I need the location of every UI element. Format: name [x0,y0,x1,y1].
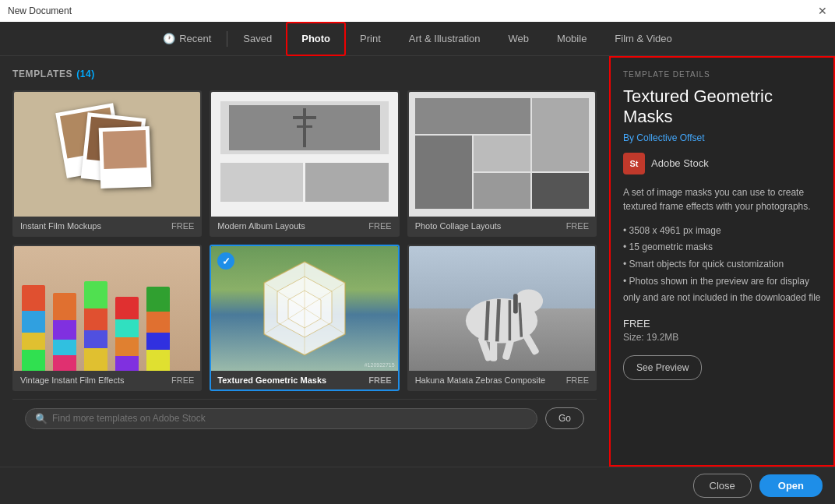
bullet-item: Smart objects for quick customization [623,256,821,273]
card-label-instant-film: Instant Film Mockups FREE [14,217,200,235]
bullet-item: Photos shown in the preview are for disp… [623,273,821,307]
search-icon: 🔍 [35,413,48,425]
clock-icon: 🕐 [163,33,175,44]
bullet-item: 3508 x 4961 px image [623,223,821,240]
title-bar-text: New Document [8,5,72,16]
svg-rect-13 [490,339,497,361]
nav-item-print[interactable]: Print [346,22,395,56]
card-label-photo-collage: Photo Collage Layouts FREE [409,217,595,235]
details-panel: TEMPLATE DETAILS Textured Geometric Mask… [609,56,835,467]
details-section-label: TEMPLATE DETAILS [623,70,821,79]
nav-item-web[interactable]: Web [495,22,544,56]
details-author: By Collective Offset [623,132,821,143]
stock-label: Adobe Stock [651,157,709,169]
details-price: FREE [623,318,821,330]
search-input[interactable] [52,413,527,424]
templates-grid: Instant Film Mockups FREE [12,90,597,399]
nav-bar: 🕐 Recent Saved Photo Print Art & Illustr… [0,22,835,56]
card-label-zebra: Hakuna Matata Zebras Composite FREE [409,371,595,389]
nav-separator [227,31,227,47]
nav-item-saved[interactable]: Saved [229,22,286,56]
svg-line-19 [520,303,521,337]
see-preview-button[interactable]: See Preview [623,355,702,380]
details-stock: St Adobe Stock [623,153,821,174]
templates-header: TEMPLATES (14) [12,69,597,79]
details-title: Textured Geometric Masks [623,86,821,128]
template-card-modern-album[interactable]: Modern Album Layouts FREE [210,90,399,237]
nav-item-film-video[interactable]: Film & Video [601,22,685,56]
footer-buttons: Close Open [0,467,835,504]
svg-line-17 [498,299,499,341]
details-spacer [623,380,821,453]
thumb-zebra [409,246,595,371]
template-card-textured-geometric[interactable]: ✓ [210,245,399,391]
nav-item-recent[interactable]: 🕐 Recent [149,22,225,56]
card-label-vintage-film: Vintage Instant Film Effects FREE [14,371,200,389]
open-button[interactable]: Open [759,474,823,497]
details-bullets: 3508 x 4961 px image15 geometric masksSm… [623,223,821,307]
details-description: A set of image masks you can use to crea… [623,185,821,213]
template-card-photo-collage[interactable]: Photo Collage Layouts FREE [407,90,597,237]
svg-rect-20 [513,294,518,313]
thumb-vintage-film [14,246,200,371]
card-label-modern-album: Modern Album Layouts FREE [211,217,397,235]
svg-rect-15 [523,333,540,356]
thumb-instant-film [14,92,200,217]
search-bar: 🔍 Go [12,399,597,437]
thumb-photo-collage [409,92,595,217]
thumb-modern-album [211,92,397,217]
adobe-stock-icon: St [623,153,645,174]
close-icon[interactable]: ✕ [818,5,827,17]
template-card-instant-film[interactable]: Instant Film Mockups FREE [12,90,202,237]
nav-item-photo[interactable]: Photo [286,22,346,56]
search-input-wrap: 🔍 [25,408,537,429]
template-card-zebra[interactable]: Hakuna Matata Zebras Composite FREE [407,245,597,391]
nav-item-mobile[interactable]: Mobile [543,22,601,56]
title-bar: New Document ✕ [0,0,835,22]
go-button[interactable]: Go [545,407,584,429]
close-button[interactable]: Close [693,474,752,498]
template-card-vintage-film[interactable]: Vintage Instant Film Effects FREE [12,245,202,391]
card-label-textured-geometric: Textured Geometric Masks FREE [211,371,397,389]
templates-section: TEMPLATES (14) [0,56,609,467]
svg-line-16 [487,301,488,340]
bullet-item: 15 geometric masks [623,239,821,256]
details-size: Size: 19.2MB [623,332,821,343]
nav-item-art[interactable]: Art & Illustration [395,22,495,56]
watermark-text: #120922715 [365,362,395,368]
main-content: TEMPLATES (14) [0,56,835,467]
thumb-textured-geometric: #120922715 [211,246,397,371]
